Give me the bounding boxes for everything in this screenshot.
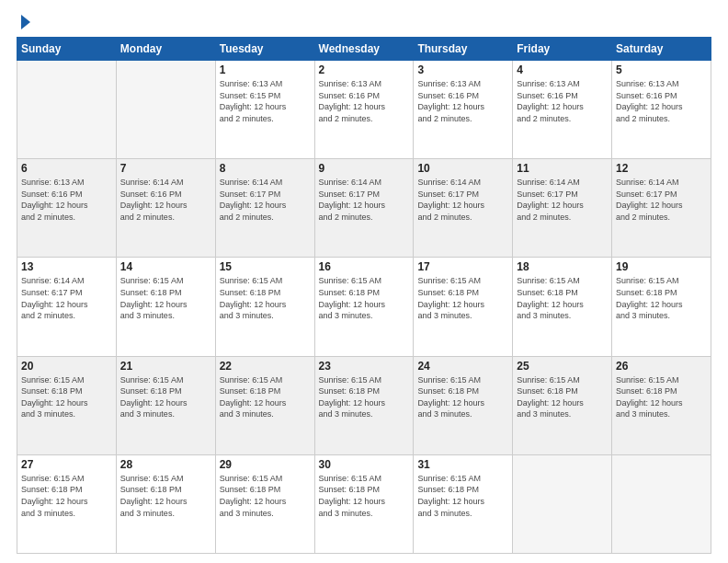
calendar-day-cell (612, 454, 711, 553)
day-number: 8 (220, 162, 311, 175)
day-number: 31 (417, 458, 508, 471)
day-number: 27 (21, 458, 112, 471)
day-number: 10 (417, 162, 508, 175)
day-info: Sunrise: 6:15 AM Sunset: 6:18 PM Dayligh… (616, 275, 707, 321)
calendar-day-cell: 1Sunrise: 6:13 AM Sunset: 6:15 PM Daylig… (215, 61, 314, 159)
calendar-week-row: 13Sunrise: 6:14 AM Sunset: 6:17 PM Dayli… (17, 258, 711, 356)
day-info: Sunrise: 6:15 AM Sunset: 6:18 PM Dayligh… (120, 275, 211, 321)
day-info: Sunrise: 6:13 AM Sunset: 6:16 PM Dayligh… (517, 78, 608, 124)
day-number: 7 (120, 162, 211, 175)
page: SundayMondayTuesdayWednesdayThursdayFrid… (0, 0, 728, 563)
day-info: Sunrise: 6:14 AM Sunset: 6:17 PM Dayligh… (616, 177, 707, 223)
day-number: 4 (517, 63, 608, 76)
day-number: 12 (616, 162, 707, 175)
calendar-day-cell: 20Sunrise: 6:15 AM Sunset: 6:18 PM Dayli… (17, 356, 117, 454)
day-info: Sunrise: 6:15 AM Sunset: 6:18 PM Dayligh… (220, 473, 311, 519)
day-info: Sunrise: 6:15 AM Sunset: 6:18 PM Dayligh… (319, 473, 410, 519)
day-info: Sunrise: 6:13 AM Sunset: 6:15 PM Dayligh… (220, 78, 311, 124)
day-info: Sunrise: 6:13 AM Sunset: 6:16 PM Dayligh… (21, 177, 112, 223)
day-of-week-header: Monday (116, 38, 215, 61)
calendar-day-cell (116, 61, 215, 159)
day-number: 2 (319, 63, 410, 76)
logo (17, 17, 30, 29)
calendar-day-cell: 29Sunrise: 6:15 AM Sunset: 6:18 PM Dayli… (215, 454, 314, 553)
day-info: Sunrise: 6:15 AM Sunset: 6:18 PM Dayligh… (120, 374, 211, 420)
day-info: Sunrise: 6:15 AM Sunset: 6:18 PM Dayligh… (417, 275, 508, 321)
day-info: Sunrise: 6:14 AM Sunset: 6:17 PM Dayligh… (21, 275, 112, 321)
calendar-day-cell: 10Sunrise: 6:14 AM Sunset: 6:17 PM Dayli… (414, 159, 513, 258)
day-number: 5 (616, 63, 707, 76)
day-info: Sunrise: 6:13 AM Sunset: 6:16 PM Dayligh… (319, 78, 410, 124)
day-number: 11 (517, 162, 608, 175)
day-number: 26 (616, 360, 707, 373)
day-info: Sunrise: 6:15 AM Sunset: 6:18 PM Dayligh… (517, 275, 608, 321)
day-info: Sunrise: 6:15 AM Sunset: 6:18 PM Dayligh… (417, 374, 508, 420)
day-info: Sunrise: 6:14 AM Sunset: 6:17 PM Dayligh… (319, 177, 410, 223)
day-of-week-header: Thursday (414, 38, 513, 61)
day-number: 25 (517, 360, 608, 373)
day-number: 20 (21, 360, 112, 373)
calendar-week-row: 27Sunrise: 6:15 AM Sunset: 6:18 PM Dayli… (17, 454, 711, 553)
day-number: 6 (21, 162, 112, 175)
day-number: 18 (517, 260, 608, 273)
calendar-day-cell: 25Sunrise: 6:15 AM Sunset: 6:18 PM Dayli… (513, 356, 612, 454)
calendar-day-cell: 13Sunrise: 6:14 AM Sunset: 6:17 PM Dayli… (17, 258, 117, 356)
day-info: Sunrise: 6:14 AM Sunset: 6:17 PM Dayligh… (517, 177, 608, 223)
day-info: Sunrise: 6:13 AM Sunset: 6:16 PM Dayligh… (616, 78, 707, 124)
calendar-day-cell: 26Sunrise: 6:15 AM Sunset: 6:18 PM Dayli… (612, 356, 711, 454)
day-of-week-header: Wednesday (314, 38, 414, 61)
day-number: 30 (319, 458, 410, 471)
calendar-day-cell: 12Sunrise: 6:14 AM Sunset: 6:17 PM Dayli… (612, 159, 711, 258)
calendar-day-cell: 8Sunrise: 6:14 AM Sunset: 6:17 PM Daylig… (215, 159, 314, 258)
day-of-week-header: Tuesday (215, 38, 314, 61)
day-info: Sunrise: 6:14 AM Sunset: 6:16 PM Dayligh… (120, 177, 211, 223)
calendar-day-cell: 22Sunrise: 6:15 AM Sunset: 6:18 PM Dayli… (215, 356, 314, 454)
calendar-day-cell: 3Sunrise: 6:13 AM Sunset: 6:16 PM Daylig… (414, 61, 513, 159)
day-info: Sunrise: 6:15 AM Sunset: 6:18 PM Dayligh… (319, 374, 410, 420)
day-number: 22 (220, 360, 311, 373)
day-number: 28 (120, 458, 211, 471)
calendar-day-cell: 17Sunrise: 6:15 AM Sunset: 6:18 PM Dayli… (414, 258, 513, 356)
day-number: 1 (220, 63, 311, 76)
day-info: Sunrise: 6:15 AM Sunset: 6:18 PM Dayligh… (417, 473, 508, 519)
calendar-day-cell: 21Sunrise: 6:15 AM Sunset: 6:18 PM Dayli… (116, 356, 215, 454)
day-info: Sunrise: 6:13 AM Sunset: 6:16 PM Dayligh… (417, 78, 508, 124)
day-number: 17 (417, 260, 508, 273)
calendar-day-cell: 4Sunrise: 6:13 AM Sunset: 6:16 PM Daylig… (513, 61, 612, 159)
calendar-table: SundayMondayTuesdayWednesdayThursdayFrid… (17, 37, 711, 554)
calendar-day-cell: 27Sunrise: 6:15 AM Sunset: 6:18 PM Dayli… (17, 454, 117, 553)
day-info: Sunrise: 6:14 AM Sunset: 6:17 PM Dayligh… (220, 177, 311, 223)
day-of-week-header: Saturday (612, 38, 711, 61)
day-info: Sunrise: 6:14 AM Sunset: 6:17 PM Dayligh… (417, 177, 508, 223)
day-info: Sunrise: 6:15 AM Sunset: 6:18 PM Dayligh… (120, 473, 211, 519)
calendar-day-cell: 28Sunrise: 6:15 AM Sunset: 6:18 PM Dayli… (116, 454, 215, 553)
day-number: 23 (319, 360, 410, 373)
day-number: 24 (417, 360, 508, 373)
day-number: 15 (220, 260, 311, 273)
day-info: Sunrise: 6:15 AM Sunset: 6:18 PM Dayligh… (220, 374, 311, 420)
day-info: Sunrise: 6:15 AM Sunset: 6:18 PM Dayligh… (319, 275, 410, 321)
logo-arrow-icon (21, 15, 30, 29)
day-number: 14 (120, 260, 211, 273)
day-number: 21 (120, 360, 211, 373)
day-info: Sunrise: 6:15 AM Sunset: 6:18 PM Dayligh… (517, 374, 608, 420)
calendar-day-cell: 24Sunrise: 6:15 AM Sunset: 6:18 PM Dayli… (414, 356, 513, 454)
calendar-week-row: 20Sunrise: 6:15 AM Sunset: 6:18 PM Dayli… (17, 356, 711, 454)
calendar-day-cell: 11Sunrise: 6:14 AM Sunset: 6:17 PM Dayli… (513, 159, 612, 258)
header (17, 17, 711, 29)
day-of-week-header: Sunday (17, 38, 117, 61)
day-info: Sunrise: 6:15 AM Sunset: 6:18 PM Dayligh… (616, 374, 707, 420)
calendar-day-cell: 5Sunrise: 6:13 AM Sunset: 6:16 PM Daylig… (612, 61, 711, 159)
day-info: Sunrise: 6:15 AM Sunset: 6:18 PM Dayligh… (21, 374, 112, 420)
calendar-day-cell: 31Sunrise: 6:15 AM Sunset: 6:18 PM Dayli… (414, 454, 513, 553)
calendar-week-row: 1Sunrise: 6:13 AM Sunset: 6:15 PM Daylig… (17, 61, 711, 159)
day-number: 9 (319, 162, 410, 175)
day-of-week-header: Friday (513, 38, 612, 61)
day-number: 16 (319, 260, 410, 273)
calendar-day-cell (513, 454, 612, 553)
day-number: 29 (220, 458, 311, 471)
calendar-day-cell: 2Sunrise: 6:13 AM Sunset: 6:16 PM Daylig… (314, 61, 414, 159)
calendar-day-cell: 6Sunrise: 6:13 AM Sunset: 6:16 PM Daylig… (17, 159, 117, 258)
calendar-day-cell: 15Sunrise: 6:15 AM Sunset: 6:18 PM Dayli… (215, 258, 314, 356)
calendar-week-row: 6Sunrise: 6:13 AM Sunset: 6:16 PM Daylig… (17, 159, 711, 258)
